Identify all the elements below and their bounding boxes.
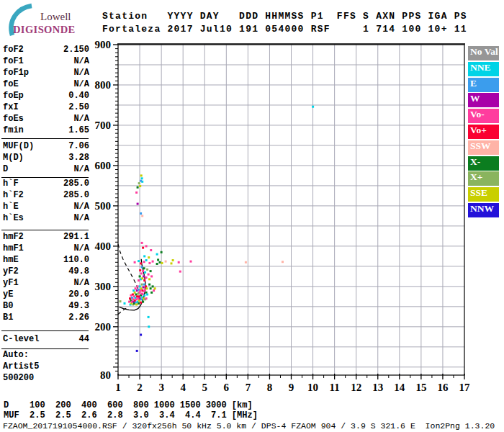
echo-point: [153, 289, 155, 292]
echo-point: [312, 106, 314, 108]
x-tick-label: 16: [437, 382, 449, 393]
echo-point: [150, 292, 153, 294]
echo-point: [138, 279, 140, 282]
x-tick-label: 3: [158, 382, 164, 393]
x-tick-label: 14: [394, 382, 405, 393]
echo-point: [152, 285, 154, 287]
distance-row: D 100 200 400 600 800 1000 1500 3000 [km…: [4, 400, 253, 410]
echo-point: [144, 271, 146, 274]
echo-point: [140, 302, 142, 304]
echo-point: [156, 263, 158, 265]
y-tick-label: 700: [95, 120, 112, 131]
x-tick-label: 9: [289, 382, 294, 393]
echo-point: [140, 180, 142, 182]
ionogram-plot: 9008007006005004003002008012345678910111…: [0, 0, 504, 432]
x-tick-label: 15: [415, 382, 426, 393]
echo-point: [152, 261, 154, 263]
y-tick-label: 900: [95, 39, 112, 50]
echo-point: [282, 261, 284, 263]
echo-point: [138, 297, 140, 300]
file-info-footer: FZAOM_2017191054000.RSF / 320fx256h 50 k…: [3, 421, 495, 431]
echo-point: [142, 247, 144, 249]
echo-point: [137, 203, 139, 205]
x-tick-label: 12: [351, 382, 361, 393]
echo-point: [150, 275, 153, 277]
echo-point: [150, 249, 152, 251]
echo-point: [140, 262, 142, 264]
echo-point: [245, 261, 247, 264]
echo-point: [141, 242, 143, 244]
echo-point: [143, 275, 145, 277]
dashed-transmission-curve: [118, 244, 140, 293]
echo-point: [145, 285, 147, 287]
echo-point: [141, 215, 143, 217]
echo-point: [136, 350, 138, 352]
echo-point: [146, 269, 148, 271]
echo-point: [141, 277, 143, 279]
x-tick-label: 4: [180, 382, 186, 393]
echo-point: [139, 292, 141, 294]
echo-point: [146, 287, 148, 289]
legend-item-sse: SSE: [468, 187, 499, 202]
echo-point: [148, 316, 150, 318]
legend-item-vo-: Vo-: [468, 109, 499, 123]
echo-point: [141, 266, 143, 269]
echo-point: [137, 186, 139, 189]
echo-point: [141, 177, 143, 179]
echo-point: [139, 285, 141, 287]
y-tick-label: 80: [100, 369, 111, 381]
echo-point: [120, 300, 122, 302]
ionogram-page: Lowell DIGISONDE Station YYYY DAY DDD HH…: [0, 0, 504, 432]
echo-point: [139, 185, 141, 187]
echo-point: [165, 261, 167, 263]
echo-point: [190, 261, 192, 263]
x-tick-label: 8: [267, 382, 273, 393]
echo-point: [142, 301, 144, 303]
echo-point: [138, 182, 140, 184]
echo-point: [140, 287, 143, 289]
echo-point: [145, 245, 148, 247]
echo-point: [136, 295, 138, 297]
echo-point: [140, 272, 143, 274]
legend-item-x-: X-: [468, 156, 499, 171]
echo-point: [129, 297, 131, 300]
echo-point: [134, 292, 136, 294]
legend-item-vo+: Vo+: [468, 125, 499, 139]
echo-point: [159, 261, 161, 264]
legend-item-ssw: SSW: [468, 140, 499, 155]
echo-point: [143, 284, 145, 286]
echo-point: [172, 259, 174, 261]
echo-point: [124, 302, 126, 305]
echo-point: [146, 294, 148, 296]
echo-point: [154, 287, 156, 289]
y-tick-label: 600: [95, 160, 112, 171]
y-tick-label: 200: [95, 321, 112, 333]
echo-point: [150, 270, 152, 272]
echo-point: [135, 192, 138, 194]
echo-point: [140, 174, 143, 176]
echo-point: [145, 259, 148, 261]
x-tick-label: 2: [137, 382, 143, 393]
echo-point: [143, 279, 145, 282]
muf-row: MUF 2.5 2.5 2.6 2.8 3.0 3.4 4.4 7.1 [MHz…: [4, 410, 258, 420]
x-tick-label: 11: [330, 382, 340, 393]
legend-item-w: W: [468, 93, 499, 107]
x-tick-label: 1: [115, 382, 121, 393]
echo-point: [142, 270, 144, 272]
echo-point: [139, 275, 141, 277]
y-tick-label: 400: [95, 240, 112, 252]
echo-point: [148, 262, 150, 264]
y-tick-label: 800: [95, 79, 112, 91]
echo-point: [143, 267, 145, 269]
legend-item-x+: X+: [468, 171, 499, 186]
echo-point: [143, 294, 145, 297]
echo-point: [148, 274, 150, 276]
x-tick-label: 7: [246, 382, 251, 393]
x-tick-label: 6: [224, 382, 230, 393]
echo-point: [132, 289, 135, 292]
echo-point: [140, 334, 142, 336]
echo-point: [150, 287, 152, 289]
echo-point: [161, 262, 163, 264]
echo-point: [138, 260, 140, 262]
echo-point: [140, 212, 142, 215]
